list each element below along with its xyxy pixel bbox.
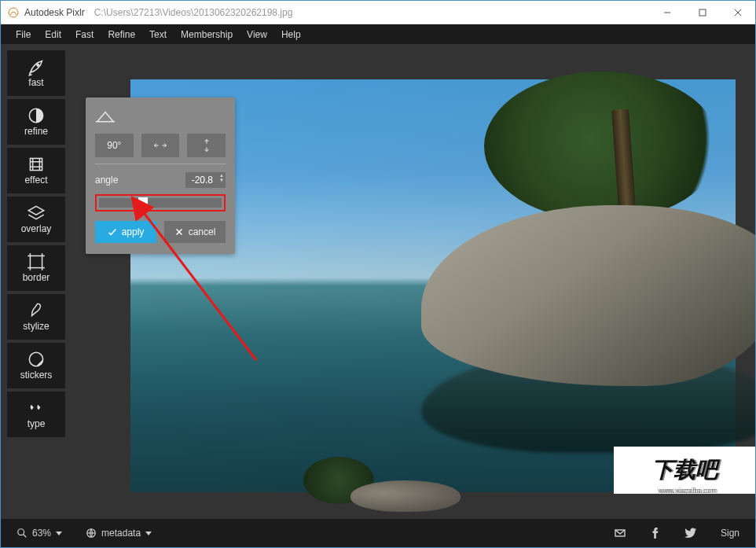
tool-label: stickers — [20, 370, 53, 381]
sign-label: Sign — [721, 528, 739, 539]
tool-stickers[interactable]: stickers — [7, 343, 65, 388]
svg-rect-2 — [699, 9, 706, 16]
app-title: Autodesk Pixlr — [24, 7, 85, 18]
rotate-90-label: 90° — [107, 140, 121, 151]
angle-slider-highlight — [95, 194, 226, 211]
rotate-crop-icon — [95, 108, 116, 126]
tool-label: type — [28, 418, 46, 429]
check-icon — [108, 227, 117, 237]
panel-separator — [95, 164, 226, 164]
zoom-control[interactable]: 63% — [10, 524, 68, 542]
layers-icon — [26, 204, 46, 222]
menubar: File Edit Fast Refine Text Membership Vi… — [1, 24, 755, 44]
menu-text[interactable]: Text — [142, 27, 174, 42]
menu-help[interactable]: Help — [274, 27, 308, 42]
rotate-90-button[interactable]: 90° — [95, 134, 134, 157]
twitter-icon — [684, 527, 697, 539]
menu-file[interactable]: File — [9, 27, 38, 42]
quote-icon — [26, 399, 46, 417]
menu-membership[interactable]: Membership — [174, 27, 240, 42]
apply-label: apply — [122, 226, 145, 237]
close-icon — [174, 227, 184, 237]
flip-horizontal-button[interactable] — [141, 134, 180, 157]
svg-point-24 — [18, 529, 24, 535]
globe-icon — [86, 528, 97, 539]
app-icon — [7, 6, 20, 19]
menu-view[interactable]: View — [240, 27, 274, 42]
mail-icon — [614, 527, 626, 539]
share-facebook-button[interactable] — [644, 524, 667, 542]
tool-effect[interactable]: effect — [7, 148, 65, 193]
search-icon — [17, 528, 28, 539]
tool-fast[interactable]: fast — [7, 50, 65, 96]
scene-rock — [421, 205, 755, 386]
flip-vertical-button[interactable] — [187, 134, 226, 157]
angle-input[interactable]: -20.8 ▲▼ — [185, 172, 226, 188]
sign-in-button[interactable]: Sign — [714, 524, 746, 542]
tool-border[interactable]: border — [7, 245, 65, 291]
tool-label: stylize — [23, 321, 49, 332]
svg-point-5 — [37, 64, 39, 67]
menu-fast[interactable]: Fast — [68, 27, 101, 42]
tool-label: effect — [24, 175, 47, 186]
brush-icon — [26, 302, 46, 319]
svg-point-21 — [29, 352, 42, 366]
file-path: C:\Users\27213\Videos\2013062320262198.j… — [94, 7, 293, 18]
window-close-button[interactable] — [720, 1, 755, 24]
apply-button[interactable]: apply — [95, 221, 156, 243]
flip-horizontal-icon — [152, 140, 168, 151]
chevron-down-icon — [145, 531, 152, 535]
angle-spinner[interactable]: ▲▼ — [219, 173, 224, 182]
metadata-button[interactable]: metadata — [79, 524, 158, 542]
angle-slider[interactable] — [99, 198, 222, 208]
circle-half-icon — [26, 107, 46, 124]
menu-edit[interactable]: Edit — [38, 27, 68, 42]
frame-icon — [26, 253, 46, 270]
tool-label: refine — [24, 126, 48, 137]
window-minimize-button[interactable] — [649, 1, 684, 24]
tool-stylize[interactable]: stylize — [7, 294, 65, 340]
scene-tree — [484, 72, 720, 221]
cancel-label: cancel — [189, 226, 216, 237]
left-toolbar: fast refine effect overlay border styliz… — [1, 44, 72, 519]
main-area: fast refine effect overlay border styliz… — [1, 44, 755, 519]
angle-slider-thumb[interactable] — [138, 197, 148, 208]
titlebar: Autodesk Pixlr C:\Users\27213\Videos\201… — [1, 1, 755, 24]
facebook-icon — [650, 528, 661, 539]
tool-type[interactable]: type — [7, 392, 65, 437]
flip-vertical-icon — [201, 138, 212, 153]
statusbar: 63% metadata Sign — [1, 519, 755, 547]
metadata-label: metadata — [101, 528, 141, 539]
svg-rect-12 — [30, 256, 42, 267]
rocket-icon — [26, 58, 46, 75]
app-window: Autodesk Pixlr C:\Users\27213\Videos\201… — [0, 0, 756, 548]
tool-label: fast — [28, 77, 43, 88]
film-icon — [26, 156, 46, 173]
watermark: 下载吧 — [614, 447, 755, 494]
svg-rect-7 — [30, 158, 42, 170]
watermark-text: 下载吧 — [651, 455, 717, 485]
share-twitter-button[interactable] — [678, 524, 703, 542]
tool-label: border — [23, 272, 50, 283]
svg-line-25 — [24, 535, 27, 538]
tool-overlay[interactable]: overlay — [7, 197, 65, 242]
zoom-value: 63% — [32, 528, 51, 539]
menu-refine[interactable]: Refine — [101, 27, 142, 42]
chevron-down-icon — [56, 531, 62, 535]
svg-point-0 — [9, 8, 18, 17]
scene-small-rocks — [350, 480, 461, 512]
tool-refine[interactable]: refine — [7, 99, 65, 145]
window-maximize-button[interactable] — [684, 1, 720, 24]
share-email-button[interactable] — [607, 524, 633, 542]
sticker-icon — [26, 351, 46, 368]
cancel-button[interactable]: cancel — [164, 221, 226, 243]
angle-label: angle — [95, 175, 118, 186]
angle-value: -20.8 — [192, 175, 213, 186]
tool-label: overlay — [21, 223, 52, 234]
rotate-panel: 90° angle -20.8 ▲▼ — [86, 97, 235, 254]
